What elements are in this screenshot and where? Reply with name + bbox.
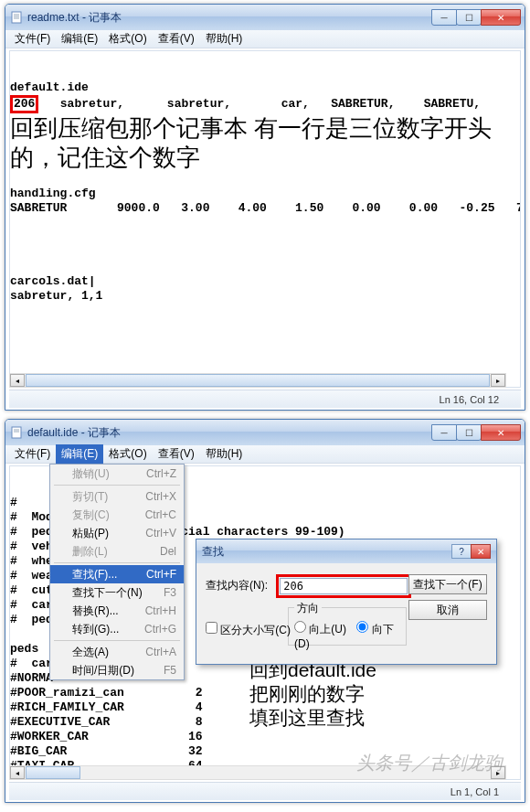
match-case-checkbox[interactable]: 区分大小写(C) xyxy=(206,622,291,638)
menu-item-r[interactable]: 替换(R)...Ctrl+H xyxy=(50,602,184,620)
menu-format[interactable]: 格式(O) xyxy=(103,29,152,48)
menu-item-c[interactable]: 复制(C)Ctrl+C xyxy=(50,506,184,524)
line-sabretur-handling: SABRETUR 9000.0 3.00 4.00 1.50 0.00 0.00… xyxy=(10,201,521,215)
scroll-right-icon[interactable]: ▸ xyxy=(491,374,505,387)
svg-rect-0 xyxy=(12,12,21,23)
notepad-icon xyxy=(9,425,24,440)
menu-item-d[interactable]: 时间/日期(D)F5 xyxy=(50,661,184,679)
menu-item-f[interactable]: 查找(F)...Ctrl+F xyxy=(50,565,184,583)
scroll-thumb[interactable] xyxy=(26,766,80,779)
maximize-button[interactable]: ☐ xyxy=(456,424,482,441)
statusbar-2: Ln 1, Col 1 xyxy=(9,782,521,800)
find-next-button[interactable]: 查找下一个(F) xyxy=(408,574,487,594)
statusbar-1: Ln 16, Col 12 xyxy=(9,390,521,408)
notepad-window-1: readme.txt - 记事本 ─ ☐ ✕ 文件(F) 编辑(E) 格式(O)… xyxy=(5,4,525,411)
text-area-1[interactable]: default.ide 206 sabretur, sabretur, car,… xyxy=(9,50,521,388)
menu-edit-active[interactable]: 编辑(E) xyxy=(56,444,103,464)
line-sabretur-ide: sabretur, sabretur, car, SABRETUR, SABRE… xyxy=(38,97,481,111)
menubar-2: 文件(F) 编辑(E) 格式(O) 查看(V) 帮助(H) 撤销(U)Ctrl+… xyxy=(5,445,525,464)
scroll-left-icon[interactable]: ◂ xyxy=(10,766,25,779)
help-button[interactable]: ? xyxy=(451,544,472,559)
cancel-button[interactable]: 取消 xyxy=(408,600,487,620)
scrollbar-h-1[interactable]: ◂ ▸ xyxy=(9,373,506,388)
direction-label: 方向 xyxy=(294,601,322,616)
line-carcols: carcols.dat xyxy=(10,274,89,288)
highlighted-206: 206 xyxy=(10,95,38,113)
menu-help[interactable]: 帮助(H) xyxy=(200,29,249,48)
menu-file[interactable]: 文件(F) xyxy=(9,444,56,464)
find-dialog: 查找 ? ✕ 查找内容(N): 查找下一个(F) 取消 方向 向上(U) 向下(… xyxy=(196,539,497,665)
minimize-button[interactable]: ─ xyxy=(431,9,457,26)
svg-rect-4 xyxy=(12,427,21,438)
find-dialog-titlebar[interactable]: 查找 ? ✕ xyxy=(196,540,496,563)
find-label: 查找内容(N): xyxy=(206,578,268,593)
menu-item-t[interactable]: 剪切(T)Ctrl+X xyxy=(50,487,184,506)
menu-item-g[interactable]: 转到(G)...Ctrl+G xyxy=(50,620,184,638)
menu-view[interactable]: 查看(V) xyxy=(153,444,200,464)
status-text-1: Ln 16, Col 12 xyxy=(440,394,499,405)
menu-help[interactable]: 帮助(H) xyxy=(200,444,249,464)
menu-item-a[interactable]: 全选(A)Ctrl+A xyxy=(50,643,184,661)
close-button[interactable]: ✕ xyxy=(481,424,521,441)
titlebar-1[interactable]: readme.txt - 记事本 ─ ☐ ✕ xyxy=(5,5,525,30)
watermark: 头条号／古剑龙驹 xyxy=(356,751,503,775)
find-input[interactable] xyxy=(280,578,408,594)
menu-item-u[interactable]: 撤销(U)Ctrl+Z xyxy=(50,465,184,483)
find-dialog-title: 查找 xyxy=(202,544,224,560)
direction-group: 方向 向上(U) 向下(D) xyxy=(288,607,407,646)
menu-item-l[interactable]: 删除(L)Del xyxy=(50,542,184,561)
status-text-2: Ln 1, Col 1 xyxy=(450,786,499,797)
find-input-highlight xyxy=(276,574,411,598)
notepad-icon xyxy=(9,10,24,25)
edit-menu-dropdown: 撤销(U)Ctrl+Z剪切(T)Ctrl+X复制(C)Ctrl+C粘贴(P)Ct… xyxy=(49,464,185,680)
menu-item-p[interactable]: 粘贴(P)Ctrl+V xyxy=(50,524,184,542)
annotation-1: 回到压缩包那个记事本 有一行是三位数字开头的，记住这个数字 xyxy=(10,114,492,171)
menu-edit[interactable]: 编辑(E) xyxy=(56,29,103,48)
menu-file[interactable]: 文件(F) xyxy=(9,29,56,48)
line-handling: handling.cfg xyxy=(10,187,96,200)
close-button[interactable]: ✕ xyxy=(481,9,521,26)
notepad-window-2: default.ide - 记事本 ─ ☐ ✕ 文件(F) 编辑(E) 格式(O… xyxy=(5,419,525,803)
line-default-ide: default.ide xyxy=(10,80,89,94)
window-title-1: readme.txt - 记事本 xyxy=(27,10,432,26)
dialog-close-button[interactable]: ✕ xyxy=(471,544,491,559)
scroll-thumb[interactable] xyxy=(26,374,490,387)
menu-item-n[interactable]: 查找下一个(N)F3 xyxy=(50,583,184,602)
radio-up[interactable]: 向上(U) xyxy=(294,623,346,636)
annotation-2: 回到default.ide 把刚刚的数字 填到这里查找 xyxy=(249,658,376,730)
menubar-1: 文件(F) 编辑(E) 格式(O) 查看(V) 帮助(H) xyxy=(5,30,525,48)
window-title-2: default.ide - 记事本 xyxy=(27,425,432,441)
titlebar-2[interactable]: default.ide - 记事本 ─ ☐ ✕ xyxy=(5,420,525,445)
line-sabretur-carcols: sabretur, 1,1 xyxy=(10,289,102,303)
menu-view[interactable]: 查看(V) xyxy=(153,29,200,48)
menu-format[interactable]: 格式(O) xyxy=(103,444,152,464)
maximize-button[interactable]: ☐ xyxy=(456,9,482,26)
minimize-button[interactable]: ─ xyxy=(431,424,457,441)
scroll-left-icon[interactable]: ◂ xyxy=(10,374,25,387)
